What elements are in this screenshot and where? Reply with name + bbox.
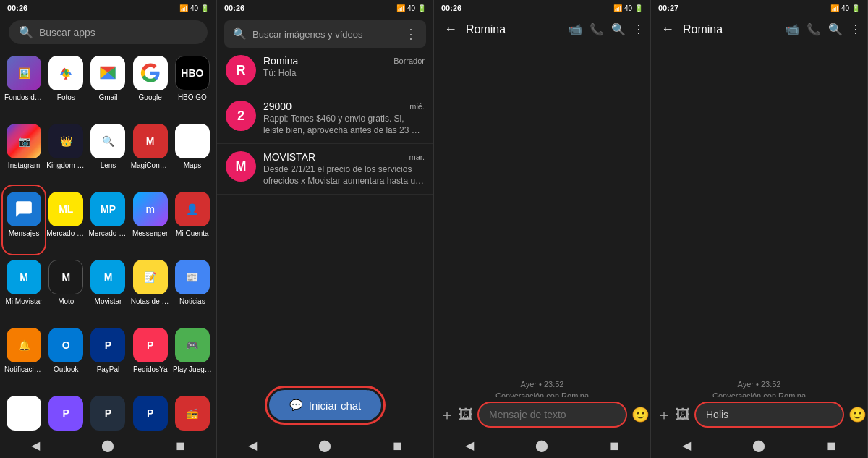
search-icon-p4[interactable]: 🔍 [828, 22, 843, 36]
video-icon-p4[interactable]: 📹 [785, 22, 799, 36]
status-bar-p1: 00:26 📶 40 🔋 [0, 0, 216, 16]
home-btn-p4[interactable]: ⬤ [741, 436, 777, 455]
app-item-micuenta[interactable]: 👤Mi Cuenta [171, 186, 213, 254]
app-icon-mimovistar: M [7, 260, 41, 294]
more-icon-p4[interactable]: ⋮ [850, 22, 861, 36]
app-icon-google [133, 56, 168, 90]
attach-icon-p3[interactable]: ＋ [440, 405, 454, 425]
app-label-magiconnect: MagiConnect [131, 161, 170, 170]
app-item-messenger[interactable]: mMessenger [129, 186, 171, 254]
back-btn-p2[interactable]: ◀ [237, 436, 268, 455]
app-item-notificaciones[interactable]: 🔔Notificaciones... [3, 322, 45, 390]
call-icon-p4[interactable]: 📞 [807, 22, 821, 36]
app-icon-playjuegos: 🎮 [175, 328, 210, 362]
app-item-google[interactable]: Google [129, 50, 171, 118]
conv-name-29000: 29000 [263, 101, 292, 112]
app-icon-psapp: P [133, 396, 168, 431]
app-item-lens[interactable]: 🔍Lens [87, 118, 129, 186]
emoji-icon-p4[interactable]: 🙂 [848, 406, 867, 423]
app-icon-lens: 🔍 [90, 124, 125, 158]
recents-btn-p1[interactable]: ◼ [164, 436, 197, 455]
recents-btn-p4[interactable]: ◼ [815, 436, 848, 455]
app-item-maps[interactable]: 🗺Maps [171, 118, 213, 186]
conv-preview-29000: Rappi: Tenes $460 y envio gratis. Si, le… [263, 114, 425, 136]
home-btn-p1[interactable]: ⬤ [90, 436, 126, 455]
app-label-mimovistar: Mi Movistar [6, 297, 43, 306]
chat-header-p3: ← Romina 📹 📞 🔍 ⋮ [434, 16, 650, 43]
conversation-item-romina[interactable]: RRominaBorradorTú: Hola [217, 48, 433, 93]
app-icon-paypal: P [90, 328, 125, 362]
app-item-noticias[interactable]: 📰Noticias [171, 254, 213, 322]
app-item-moto[interactable]: MMoto [45, 254, 87, 322]
conversation-item-29000[interactable]: 229000mié.Rappi: Tenes $460 y envio grat… [217, 93, 433, 144]
msg-search-placeholder: Buscar imágenes y vídeos [252, 29, 362, 40]
app-item-mercadolibre[interactable]: MLMercado Libre [45, 186, 87, 254]
recents-btn-p2[interactable]: ◼ [381, 436, 414, 455]
chat-contact-p3: Romina [466, 23, 563, 36]
back-btn-chat-p4[interactable]: ← [657, 20, 678, 38]
app-item-paypal[interactable]: PPayPal [87, 322, 129, 390]
more-icon-p3[interactable]: ⋮ [633, 22, 644, 36]
app-item-mensajes[interactable]: Mensajes [3, 186, 45, 254]
chat-input-p4[interactable] [694, 402, 844, 428]
conv-preview-romina: Tú: Hola [263, 68, 425, 80]
search-icon-p3[interactable]: 🔍 [611, 22, 626, 36]
conv-time-movistar: mar. [409, 153, 425, 161]
msg-search-bar[interactable]: 🔍 Buscar imágenes y vídeos ⋮ [224, 20, 426, 48]
app-icon-maps: 🗺 [175, 124, 210, 158]
app-item-fondos[interactable]: 🖼️Fondos de pantalla [3, 50, 45, 118]
app-label-hbo: HBO GO [178, 93, 207, 102]
apps-grid: 🖼️Fondos de pantallaFotosGmailGoogleHBOH… [0, 50, 216, 458]
app-item-playjuegos[interactable]: 🎮Play Juegos [171, 322, 213, 390]
app-item-gmail[interactable]: Gmail [87, 50, 129, 118]
call-icon-p3[interactable]: 📞 [590, 22, 604, 36]
chat-header-actions-p3: 📹 📞 🔍 ⋮ [568, 22, 644, 36]
conversation-item-movistar[interactable]: MMOVISTARmar.Desde 2/1/21 el precio de l… [217, 144, 433, 195]
initchat-button[interactable]: 💬 Iniciar chat [269, 390, 382, 420]
back-btn-p3[interactable]: ◀ [454, 436, 485, 455]
emoji-icon-p3[interactable]: 🙂 [631, 406, 650, 423]
initchat-label: Iniciar chat [309, 399, 362, 412]
nav-bar-p1: ◀ ⬤ ◼ [0, 432, 216, 458]
video-icon-p3[interactable]: 📹 [568, 22, 582, 36]
battery-icon: 🔋 [200, 4, 209, 12]
app-item-pedidosya[interactable]: PPedidosYa [129, 322, 171, 390]
app-label-mensajes: Mensajes [9, 229, 40, 238]
more-options-icon[interactable]: ⋮ [404, 26, 417, 42]
wifi-p2: 40 [407, 4, 415, 12]
app-item-fotos[interactable]: Fotos [45, 50, 87, 118]
back-btn-chat-p3[interactable]: ← [440, 20, 461, 38]
sticker-icon-p4[interactable]: 🖼 [676, 407, 690, 423]
app-item-notas[interactable]: 📝Notas de Keep [129, 254, 171, 322]
back-btn-p4[interactable]: ◀ [671, 436, 702, 455]
app-label-maps: Maps [184, 161, 201, 170]
app-item-hbo[interactable]: HBOHBO GO [171, 50, 213, 118]
chat-input-p3[interactable] [477, 402, 627, 428]
app-item-movistar[interactable]: MMovistar [87, 254, 129, 322]
time-p3: 00:26 [441, 4, 461, 12]
conv-name-romina: Romina [263, 55, 298, 67]
app-item-instagram[interactable]: 📷Instagram [3, 118, 45, 186]
app-item-mimovistar[interactable]: MMi Movistar [3, 254, 45, 322]
app-item-mercadopago[interactable]: MPMercado Pago [87, 186, 129, 254]
chat-panel-3: 00:26 📶 40 🔋 ← Romina 📹 📞 🔍 ⋮ Ayer • 23:… [434, 0, 651, 458]
app-label-notas: Notas de Keep [131, 297, 170, 306]
attach-icon-p4[interactable]: ＋ [657, 405, 671, 425]
app-label-paypal: PayPal [97, 365, 120, 374]
time-p1: 00:26 [7, 4, 27, 12]
app-item-kingdom[interactable]: 👑Kingdom Rush [45, 118, 87, 186]
app-search-bar[interactable]: 🔍 Buscar apps [9, 20, 208, 44]
status-icons-p2: 📶 40 🔋 [396, 4, 426, 12]
app-item-outlook[interactable]: OOutlook [45, 322, 87, 390]
app-item-magiconnect[interactable]: MMagiConnect [129, 118, 171, 186]
sticker-icon-p3[interactable]: 🖼 [459, 407, 473, 423]
home-btn-p2[interactable]: ⬤ [307, 436, 343, 455]
recents-btn-p3[interactable]: ◼ [598, 436, 631, 455]
app-label-instagram: Instagram [8, 161, 40, 170]
home-btn-p3[interactable]: ⬤ [524, 436, 560, 455]
app-label-gmail: Gmail [98, 93, 117, 102]
wifi-icon: 40 [190, 4, 198, 12]
app-label-mercadolibre: Mercado Libre [46, 229, 85, 238]
app-icon-radiofm: 📻 [175, 396, 210, 431]
back-btn-p1[interactable]: ◀ [20, 436, 51, 455]
